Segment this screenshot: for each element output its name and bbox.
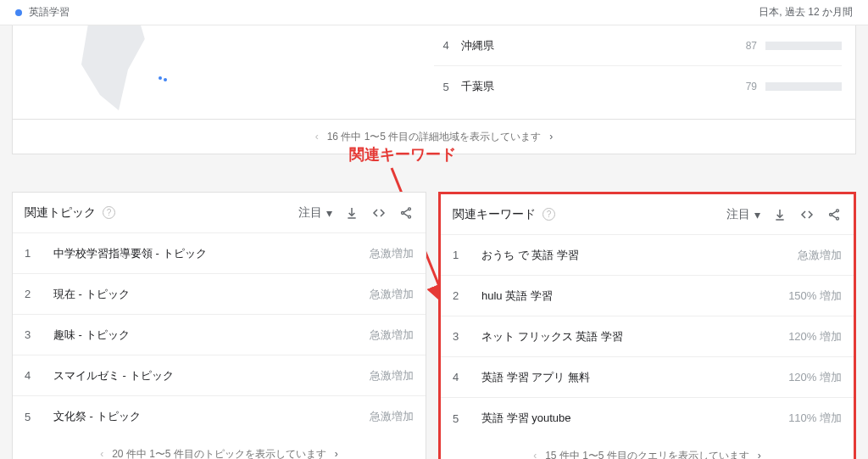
item-rank: 1 (25, 247, 42, 260)
list-item[interactable]: 5 文化祭 - トピック 急激増加 (13, 396, 426, 437)
panel-header: 関連キーワード ? 注目 ▾ (441, 194, 854, 235)
topics-footer-text: 20 件中 1〜5 件目のトピックを表示しています (112, 447, 326, 460)
item-value: 急激増加 (370, 246, 414, 261)
region-bar-track (765, 42, 842, 50)
sort-select[interactable]: 注目 ▾ (298, 205, 332, 221)
map-dot (164, 78, 167, 81)
queries-footer-text: 15 件中 1〜5 件目のクエリを表示しています (545, 449, 749, 460)
list-item[interactable]: 1 おうち で 英語 学習 急激増加 (441, 235, 854, 276)
chevron-left-icon[interactable]: ‹ (100, 448, 103, 459)
item-rank: 3 (25, 328, 42, 341)
topics-list: 1 中学校学習指導要領 - トピック 急激増加 2 現在 - トピック 急激増加… (13, 233, 426, 437)
region-bar-track (765, 82, 842, 91)
region-score: 87 (735, 40, 757, 52)
item-rank: 2 (453, 289, 470, 302)
item-value: 120% 増加 (788, 370, 842, 385)
list-item[interactable]: 3 ネット フリックス 英語 学習 120% 増加 (441, 316, 854, 357)
region-map[interactable] (13, 25, 434, 119)
chevron-down-icon: ▾ (326, 206, 332, 220)
region-rank: 5 (434, 81, 458, 93)
queries-list: 1 おうち で 英語 学習 急激増加 2 hulu 英語 学習 150% 増加 … (441, 235, 854, 439)
map-shape (72, 25, 165, 110)
region-footer-text: 16 件中 1〜5 件目の詳細地域を表示しています (327, 130, 542, 144)
item-label: ネット フリックス 英語 学習 (470, 329, 788, 344)
item-label: 現在 - トピック (42, 287, 370, 302)
region-name: 千葉県 (458, 79, 735, 94)
related-topics-panel: 関連トピック ? 注目 ▾ 1 (12, 192, 426, 459)
chevron-down-icon: ▾ (754, 208, 760, 221)
share-icon[interactable] (826, 207, 842, 222)
item-value: 150% 増加 (788, 288, 842, 304)
chevron-left-icon[interactable]: ‹ (533, 450, 537, 459)
item-label: hulu 英語 学習 (470, 288, 788, 304)
region-list: 4 沖縄県 87 5 千葉県 79 (434, 25, 855, 119)
svg-point-6 (837, 217, 839, 220)
item-label: 文化祭 - トピック (42, 409, 370, 424)
item-value: 120% 増加 (788, 329, 842, 344)
item-label: 中学校学習指導要領 - トピック (42, 246, 370, 261)
list-item[interactable]: 2 hulu 英語 学習 150% 増加 (441, 276, 854, 316)
item-label: おうち で 英語 学習 (470, 248, 798, 263)
panel-title-text: 関連トピック (25, 205, 96, 221)
sort-label: 注目 (726, 207, 750, 222)
item-value: 急激増加 (370, 368, 414, 383)
legend-dot-icon (15, 9, 22, 16)
embed-icon[interactable] (799, 207, 815, 222)
sort-label: 注目 (298, 205, 322, 221)
item-rank: 4 (25, 369, 42, 382)
item-label: 英語 学習 youtube (470, 411, 788, 426)
panel-header: 関連トピック ? 注目 ▾ (13, 193, 426, 233)
panel-title-text: 関連キーワード (453, 207, 536, 222)
scope-text: 日本, 過去 12 か月間 (759, 5, 853, 20)
list-item[interactable]: 1 中学校学習指導要領 - トピック 急激増加 (13, 233, 426, 274)
item-rank: 5 (25, 411, 42, 423)
list-item[interactable]: 4 英語 学習 アプリ 無料 120% 増加 (441, 357, 854, 398)
svg-point-4 (837, 209, 839, 211)
scope-bar: 英語学習 日本, 過去 12 か月間 (0, 0, 868, 25)
download-icon[interactable] (772, 207, 787, 222)
list-item[interactable]: 2 現在 - トピック 急激増加 (13, 274, 426, 315)
help-icon[interactable]: ? (103, 206, 115, 219)
svg-point-1 (409, 207, 411, 210)
list-item[interactable]: 4 スマイルゼミ - トピック 急激増加 (13, 355, 426, 396)
map-dot (159, 76, 162, 80)
annotation-label: 関連キーワード (349, 144, 456, 165)
help-icon[interactable]: ? (542, 208, 555, 221)
list-item[interactable]: 3 趣味 - トピック 急激増加 (13, 315, 426, 355)
item-rank: 5 (453, 412, 470, 425)
item-label: 趣味 - トピック (42, 327, 370, 343)
chevron-right-icon[interactable]: › (335, 448, 338, 459)
list-item[interactable]: 5 英語 学習 youtube 110% 増加 (441, 398, 854, 439)
item-label: スマイルゼミ - トピック (42, 368, 370, 383)
download-icon[interactable] (344, 205, 359, 221)
region-card: 4 沖縄県 87 5 千葉県 79 (12, 25, 856, 120)
chevron-right-icon[interactable]: › (758, 450, 761, 459)
item-value: 急激増加 (798, 248, 842, 263)
chevron-right-icon[interactable]: › (549, 131, 553, 143)
queries-pager: ‹ 15 件中 1〜5 件目のクエリを表示しています › (441, 439, 854, 459)
item-value: 110% 増加 (788, 411, 842, 426)
item-rank: 4 (453, 371, 470, 383)
item-value: 急激増加 (370, 409, 414, 424)
related-queries-panel: 関連キーワード ? 注目 ▾ 1 (438, 192, 856, 459)
item-label: 英語 学習 アプリ 無料 (470, 370, 788, 385)
topics-pager: ‹ 20 件中 1〜5 件目のトピックを表示しています › (13, 437, 426, 459)
region-row[interactable]: 4 沖縄県 87 (434, 25, 842, 66)
item-rank: 1 (453, 249, 470, 261)
search-term: 英語学習 (29, 5, 70, 20)
item-rank: 2 (25, 288, 42, 300)
embed-icon[interactable] (371, 205, 387, 221)
item-rank: 3 (453, 330, 470, 343)
region-rank: 4 (434, 39, 458, 52)
item-value: 急激増加 (370, 327, 414, 343)
svg-point-5 (830, 213, 832, 216)
region-score: 79 (735, 81, 757, 92)
item-value: 急激増加 (370, 287, 414, 302)
svg-point-3 (409, 216, 411, 218)
share-icon[interactable] (398, 205, 414, 221)
sort-select[interactable]: 注目 ▾ (726, 207, 760, 222)
svg-point-2 (402, 211, 404, 214)
chevron-left-icon[interactable]: ‹ (315, 131, 319, 143)
region-row[interactable]: 5 千葉県 79 (434, 66, 842, 107)
region-name: 沖縄県 (458, 38, 735, 53)
